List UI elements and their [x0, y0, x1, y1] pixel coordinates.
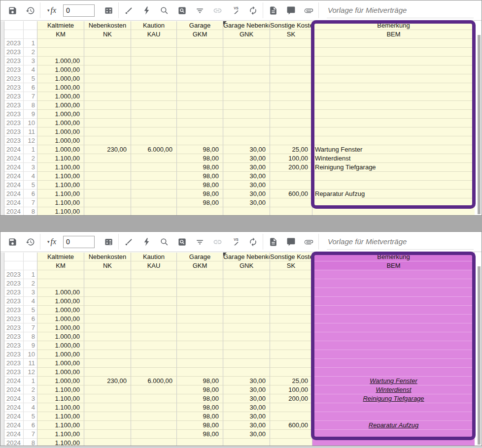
cell-nk[interactable] — [84, 332, 131, 341]
row-year[interactable]: 2023 — [4, 92, 24, 101]
cell-sk[interactable] — [270, 323, 312, 332]
row-year[interactable]: 2023 — [4, 279, 24, 288]
cell-nk[interactable] — [84, 306, 131, 315]
cell-kau[interactable] — [131, 297, 177, 306]
cell-kau[interactable] — [131, 412, 177, 421]
row-month[interactable]: 7 — [24, 198, 37, 207]
row-year[interactable]: 2023 — [4, 74, 24, 83]
row-month[interactable]: 4 — [24, 297, 37, 306]
cell-kau[interactable] — [131, 394, 177, 403]
cell-km[interactable]: 1.100,00 — [37, 412, 84, 421]
cell-km[interactable]: 1.000,00 — [37, 306, 84, 315]
row-year[interactable]: 2023 — [4, 57, 24, 65]
cell-gkm[interactable] — [177, 65, 223, 74]
cell-nk[interactable] — [84, 198, 131, 207]
cell-kau[interactable] — [131, 341, 177, 350]
cell-km[interactable]: 1.100,00 — [37, 430, 84, 439]
row-year[interactable]: 2023 — [4, 323, 24, 332]
cell-gkm[interactable] — [177, 39, 223, 48]
row-year[interactable]: 2024 — [4, 439, 24, 446]
row-month[interactable]: 2 — [24, 279, 37, 288]
row-month[interactable]: 3 — [24, 57, 37, 65]
cell-sk[interactable] — [270, 65, 312, 74]
cell-sk[interactable]: 600,00 — [270, 421, 312, 430]
cell-kau[interactable] — [131, 48, 177, 57]
cell-sk[interactable] — [270, 297, 312, 306]
row-year[interactable]: 2023 — [4, 270, 24, 279]
row-month[interactable]: 8 — [24, 207, 37, 215]
row-month[interactable]: 12 — [24, 368, 37, 377]
cell-kau[interactable] — [131, 92, 177, 101]
cell-nk[interactable] — [84, 279, 131, 288]
cell-km[interactable]: 1.000,00 — [37, 65, 84, 74]
column-code-km[interactable]: KM — [37, 261, 84, 270]
cell-gnk[interactable] — [223, 136, 270, 145]
cell-gkm[interactable] — [177, 288, 223, 297]
cell-gnk[interactable]: 30,00 — [223, 181, 270, 190]
cell-kau[interactable] — [131, 163, 177, 172]
cell-km[interactable]: 1.100,00 — [37, 421, 84, 430]
cell-gkm[interactable] — [177, 350, 223, 359]
row-month[interactable]: 9 — [24, 110, 37, 119]
cell-kau[interactable] — [131, 332, 177, 341]
row-month[interactable]: 10 — [24, 119, 37, 128]
cell-km[interactable] — [37, 270, 84, 279]
row-year[interactable]: 2023 — [4, 110, 24, 119]
row-year[interactable]: 2023 — [4, 332, 24, 341]
column-header-km[interactable]: Kaltmiete — [37, 21, 84, 30]
cell-bem[interactable] — [312, 136, 475, 145]
cell-gkm[interactable]: 98,00 — [177, 163, 223, 172]
cell-kau[interactable] — [131, 323, 177, 332]
cell-gkm[interactable] — [177, 297, 223, 306]
scrollbar-thumb[interactable] — [478, 35, 481, 214]
cell-kau[interactable] — [131, 439, 177, 446]
cell-gkm[interactable] — [177, 101, 223, 110]
cell-kau[interactable] — [131, 359, 177, 368]
cell-gkm[interactable]: 98,00 — [177, 145, 223, 154]
cell-sk[interactable] — [270, 57, 312, 65]
cell-gkm[interactable]: 98,00 — [177, 198, 223, 207]
column-header-bem[interactable]: Bemerkung — [312, 253, 475, 261]
row-month[interactable]: 4 — [24, 65, 37, 74]
column-code-kau[interactable]: KAU — [131, 30, 177, 39]
cell-nk[interactable] — [84, 154, 131, 163]
cell-sk[interactable]: 600,00 — [270, 190, 312, 198]
cell-kau[interactable] — [131, 128, 177, 136]
cell-kau[interactable] — [131, 119, 177, 128]
row-year[interactable]: 2023 — [4, 297, 24, 306]
cell-gnk[interactable] — [223, 359, 270, 368]
column-header-kau[interactable]: Kaution — [131, 21, 177, 30]
cell-kau[interactable] — [131, 65, 177, 74]
row-month[interactable]: 1 — [24, 145, 37, 154]
search-button[interactable] — [155, 2, 173, 19]
cell-gnk[interactable] — [223, 332, 270, 341]
cell-gkm[interactable]: 98,00 — [177, 172, 223, 181]
cell-gnk[interactable]: 30,00 — [223, 403, 270, 412]
comment-button[interactable] — [282, 233, 300, 250]
save-button[interactable] — [3, 233, 21, 250]
cell-sk[interactable] — [270, 48, 312, 57]
cell-gnk[interactable]: 30,00 — [223, 412, 270, 421]
cell-gnk[interactable] — [223, 315, 270, 323]
cell-km[interactable]: 1.100,00 — [37, 154, 84, 163]
calculator-button[interactable] — [100, 2, 117, 19]
row-month[interactable]: 3 — [24, 163, 37, 172]
row-month[interactable]: 12 — [24, 136, 37, 145]
cell-kau[interactable] — [131, 279, 177, 288]
column-header-gnk[interactable]: Garage Nebenkosten — [223, 253, 270, 261]
cell-bem[interactable] — [312, 359, 475, 368]
column-code-nk[interactable]: NK — [84, 261, 131, 270]
cell-gkm[interactable]: 98,00 — [177, 412, 223, 421]
row-year[interactable]: 2024 — [4, 412, 24, 421]
cell-nk[interactable] — [84, 394, 131, 403]
cell-gnk[interactable] — [223, 110, 270, 119]
cell-nk[interactable] — [84, 368, 131, 377]
cell-gnk[interactable] — [223, 39, 270, 48]
cell-sk[interactable] — [270, 181, 312, 190]
cell-kau[interactable] — [131, 368, 177, 377]
cell-gkm[interactable] — [177, 332, 223, 341]
cell-bem[interactable] — [312, 110, 475, 119]
vertical-scrollbar[interactable] — [475, 21, 482, 215]
row-year[interactable]: 2024 — [4, 172, 24, 181]
cell-sk[interactable]: 25,00 — [270, 145, 312, 154]
